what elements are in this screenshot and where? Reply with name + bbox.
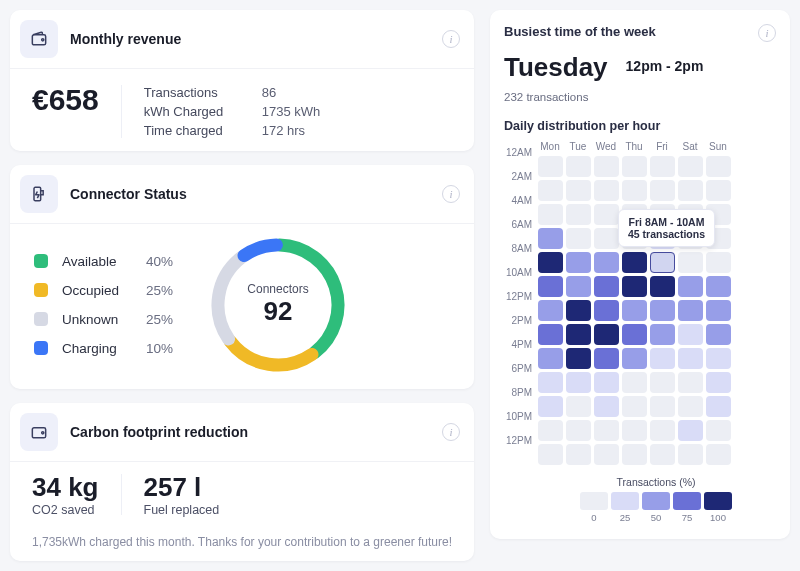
svg-point-1 [42, 39, 44, 41]
heatmap-cell[interactable] [538, 276, 563, 297]
heatmap-cell[interactable] [594, 252, 619, 273]
heatmap-cell[interactable] [538, 156, 563, 177]
day-label: Thu [620, 141, 648, 152]
legend-value: 25% [146, 312, 173, 327]
heatmap-cell[interactable] [650, 444, 675, 465]
heatmap-cell[interactable] [566, 204, 591, 225]
heatmap-cell[interactable] [706, 156, 731, 177]
heatmap-cell[interactable] [538, 396, 563, 417]
heatmap-cell[interactable] [678, 180, 703, 201]
legend-value: 10% [146, 341, 173, 356]
heatmap-cell[interactable] [706, 180, 731, 201]
legend-swatch [34, 283, 48, 297]
heatmap-cell[interactable] [594, 228, 619, 249]
heatmap-cell[interactable] [706, 372, 731, 393]
heatmap-cell[interactable] [594, 204, 619, 225]
heatmap-cell[interactable] [706, 420, 731, 441]
heatmap-cell[interactable] [566, 348, 591, 369]
heatmap-cell[interactable] [594, 324, 619, 345]
info-icon[interactable]: i [442, 185, 460, 203]
heatmap-cell[interactable] [706, 348, 731, 369]
heatmap-cell[interactable] [706, 252, 731, 273]
heatmap-cell[interactable] [650, 396, 675, 417]
heatmap-cell[interactable] [678, 372, 703, 393]
heatmap-cell[interactable] [678, 276, 703, 297]
info-icon[interactable]: i [442, 30, 460, 48]
heatmap-cell[interactable] [678, 420, 703, 441]
heatmap-cell[interactable] [538, 180, 563, 201]
heatmap-cell[interactable] [594, 348, 619, 369]
heatmap-cell[interactable] [678, 156, 703, 177]
heatmap-cell[interactable] [650, 180, 675, 201]
heatmap-cell[interactable] [650, 252, 675, 273]
info-icon[interactable]: i [758, 24, 776, 42]
heatmap-cell[interactable] [566, 228, 591, 249]
heatmap-cell[interactable] [566, 420, 591, 441]
heatmap-cell[interactable] [678, 444, 703, 465]
heatmap-cell[interactable] [566, 156, 591, 177]
heatmap-cell[interactable] [622, 372, 647, 393]
info-icon[interactable]: i [442, 423, 460, 441]
heatmap-cell[interactable] [538, 444, 563, 465]
heatmap-cell[interactable] [594, 156, 619, 177]
heatmap-cell[interactable] [678, 324, 703, 345]
heatmap-cell[interactable] [678, 252, 703, 273]
heatmap-cell[interactable] [566, 252, 591, 273]
heatmap-cell[interactable] [650, 324, 675, 345]
heatmap-cell[interactable] [706, 324, 731, 345]
day-label: Tue [564, 141, 592, 152]
heatmap-cell[interactable] [538, 324, 563, 345]
divider [121, 85, 122, 138]
heatmap-cell[interactable] [650, 300, 675, 321]
heatmap-cell[interactable] [650, 420, 675, 441]
heatmap-cell[interactable] [566, 372, 591, 393]
heatmap-cell[interactable] [538, 348, 563, 369]
heatmap-cell[interactable] [538, 252, 563, 273]
heatmap-cell[interactable] [622, 252, 647, 273]
heatmap-cell[interactable] [678, 396, 703, 417]
heatmap-cell[interactable] [566, 180, 591, 201]
heatmap-cell[interactable] [706, 300, 731, 321]
legend-cell [642, 492, 670, 510]
heatmap-cell[interactable] [622, 324, 647, 345]
heatmap-cell[interactable] [594, 444, 619, 465]
heatmap-cell[interactable] [622, 420, 647, 441]
heatmap-cell[interactable] [538, 300, 563, 321]
heatmap-cell[interactable] [678, 348, 703, 369]
heatmap-cell[interactable] [650, 276, 675, 297]
heatmap-cell[interactable] [538, 204, 563, 225]
heatmap-cell[interactable] [566, 444, 591, 465]
heatmap-cell[interactable] [622, 396, 647, 417]
heatmap-cell[interactable] [594, 372, 619, 393]
heatmap-cell[interactable] [594, 396, 619, 417]
heatmap-cell[interactable] [706, 444, 731, 465]
heatmap-cell[interactable] [678, 300, 703, 321]
heatmap-cell[interactable] [622, 156, 647, 177]
heatmap-cell[interactable] [706, 396, 731, 417]
heatmap-cell[interactable] [650, 156, 675, 177]
heatmap-cell[interactable] [650, 348, 675, 369]
heatmap-cell[interactable] [538, 228, 563, 249]
heatmap-cell[interactable] [622, 444, 647, 465]
heatmap-cell[interactable] [594, 276, 619, 297]
heatmap-cell[interactable] [566, 324, 591, 345]
heatmap-cell[interactable] [594, 180, 619, 201]
heatmap-cell[interactable] [622, 348, 647, 369]
heatmap-cell[interactable] [566, 276, 591, 297]
heatmap-cell[interactable] [622, 276, 647, 297]
legend-tick: 0 [580, 512, 608, 523]
carbon-icon [20, 413, 58, 451]
heatmap-cell[interactable] [566, 396, 591, 417]
day-label: Sun [704, 141, 732, 152]
heatmap-cell[interactable] [538, 372, 563, 393]
heatmap-cell[interactable] [566, 300, 591, 321]
heatmap-cell[interactable] [594, 420, 619, 441]
heatmap-cell[interactable] [622, 180, 647, 201]
revenue-amount: €658 [32, 83, 99, 117]
heatmap-cell[interactable] [650, 372, 675, 393]
heatmap-cell[interactable] [622, 300, 647, 321]
heatmap-cell[interactable] [538, 420, 563, 441]
heatmap-cell[interactable] [594, 300, 619, 321]
heatmap-cell[interactable] [706, 276, 731, 297]
divider [121, 474, 122, 515]
